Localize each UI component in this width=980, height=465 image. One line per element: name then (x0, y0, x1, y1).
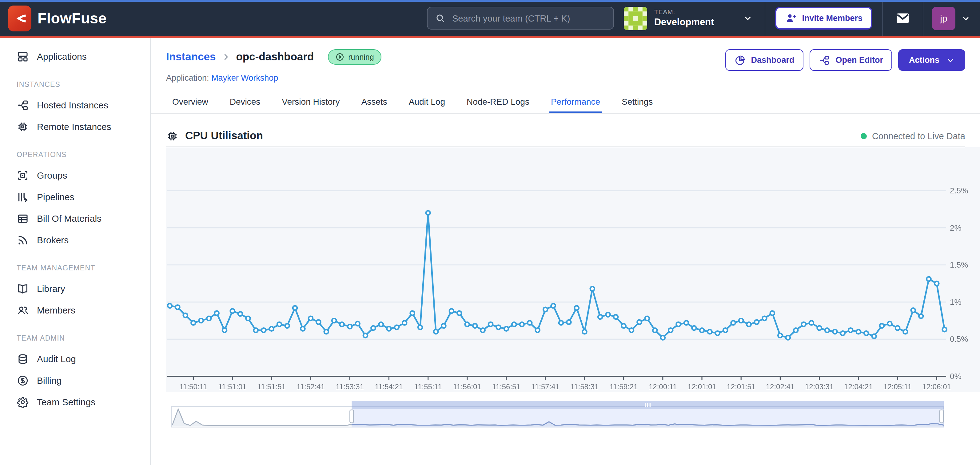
data-point[interactable] (888, 321, 892, 326)
open-editor-button[interactable]: Open Editor (810, 49, 892, 71)
data-point[interactable] (770, 311, 775, 315)
data-point[interactable] (582, 329, 587, 334)
data-point[interactable] (449, 309, 454, 313)
application-link[interactable]: Mayker Workshop (211, 73, 278, 83)
data-point[interactable] (668, 328, 673, 332)
sidebar-item-bill-of-materials[interactable]: Bill Of Materials (0, 208, 150, 229)
data-point[interactable] (817, 326, 822, 330)
data-point[interactable] (622, 324, 626, 328)
data-point[interactable] (809, 321, 814, 325)
data-point[interactable] (293, 306, 297, 310)
data-point[interactable] (231, 309, 235, 313)
data-point[interactable] (684, 321, 689, 325)
data-point[interactable] (551, 304, 555, 308)
data-point[interactable] (896, 326, 900, 330)
data-point[interactable] (309, 316, 313, 321)
data-point[interactable] (692, 326, 696, 330)
data-point[interactable] (441, 324, 446, 328)
data-point[interactable] (348, 324, 352, 329)
data-point[interactable] (637, 320, 641, 324)
data-point[interactable] (747, 322, 751, 326)
data-point[interactable] (512, 322, 516, 326)
dashboard-button[interactable]: Dashboard (725, 49, 803, 71)
sidebar-item-billing[interactable]: Billing (0, 369, 150, 391)
data-point[interactable] (778, 333, 782, 337)
data-point[interactable] (934, 281, 939, 286)
sidebar-item-members[interactable]: Members (0, 299, 150, 321)
data-point[interactable] (848, 328, 853, 332)
data-point[interactable] (653, 328, 657, 332)
data-point[interactable] (371, 326, 375, 330)
data-point[interactable] (716, 331, 720, 336)
data-point[interactable] (215, 311, 219, 315)
data-point[interactable] (316, 320, 320, 324)
notifications-button[interactable] (883, 10, 923, 26)
data-point[interactable] (277, 322, 282, 326)
data-point[interactable] (942, 328, 947, 332)
data-point[interactable] (410, 311, 415, 315)
data-point[interactable] (856, 329, 861, 334)
data-point[interactable] (739, 318, 743, 323)
team-switcher[interactable]: TEAM: Development (613, 0, 765, 36)
data-point[interactable] (825, 328, 829, 332)
search-bar[interactable] (427, 7, 614, 30)
data-point[interactable] (566, 320, 571, 324)
data-point[interactable] (356, 321, 360, 326)
data-point[interactable] (254, 328, 258, 332)
data-point[interactable] (496, 325, 500, 329)
data-point[interactable] (324, 329, 329, 334)
data-point[interactable] (473, 324, 477, 328)
tab-version-history[interactable]: Version History (280, 91, 341, 113)
data-point[interactable] (168, 304, 172, 308)
data-point[interactable] (340, 322, 344, 326)
data-point[interactable] (363, 333, 368, 337)
sidebar-item-remote-instances[interactable]: Remote Instances (0, 116, 150, 137)
tab-assets[interactable]: Assets (360, 91, 388, 113)
data-point[interactable] (731, 321, 735, 325)
data-point[interactable] (426, 211, 430, 215)
data-point[interactable] (301, 327, 305, 331)
data-point[interactable] (794, 328, 798, 332)
data-point[interactable] (590, 286, 595, 291)
data-point[interactable] (175, 305, 180, 310)
data-point[interactable] (528, 321, 532, 325)
data-point[interactable] (207, 316, 211, 321)
data-point[interactable] (872, 334, 877, 339)
data-point[interactable] (802, 322, 806, 326)
data-point[interactable] (395, 325, 399, 329)
data-point[interactable] (903, 329, 907, 334)
data-point[interactable] (723, 328, 727, 332)
sidebar-item-brokers[interactable]: Brokers (0, 229, 150, 251)
data-point[interactable] (614, 315, 618, 319)
data-point[interactable] (841, 331, 845, 336)
data-point[interactable] (261, 328, 266, 332)
data-point[interactable] (465, 322, 469, 326)
user-menu[interactable]: jp (923, 6, 980, 30)
sidebar-item-pipelines[interactable]: Pipelines (0, 186, 150, 208)
data-point[interactable] (919, 314, 923, 318)
tab-performance[interactable]: Performance (550, 91, 601, 113)
data-point[interactable] (520, 322, 524, 326)
tab-settings[interactable]: Settings (620, 91, 654, 113)
data-point[interactable] (199, 318, 203, 323)
data-point[interactable] (645, 316, 649, 321)
data-point[interactable] (911, 308, 915, 312)
invite-members-button[interactable]: Invite Members (775, 7, 872, 30)
data-point[interactable] (833, 329, 837, 334)
data-point[interactable] (269, 327, 274, 331)
data-point[interactable] (402, 321, 407, 325)
sidebar-item-library[interactable]: Library (0, 278, 150, 299)
sidebar-item-team-settings[interactable]: Team Settings (0, 391, 150, 413)
data-point[interactable] (504, 327, 509, 331)
data-point[interactable] (387, 327, 391, 331)
data-point[interactable] (559, 321, 563, 325)
data-point[interactable] (246, 316, 250, 321)
time-range-selector[interactable] (171, 401, 945, 428)
search-input[interactable] (451, 13, 606, 24)
tab-overview[interactable]: Overview (171, 91, 210, 113)
tab-audit-log[interactable]: Audit Log (407, 91, 446, 113)
range-handle-right[interactable] (940, 410, 943, 423)
data-point[interactable] (238, 312, 242, 316)
data-point[interactable] (786, 336, 790, 340)
data-point[interactable] (606, 313, 610, 317)
